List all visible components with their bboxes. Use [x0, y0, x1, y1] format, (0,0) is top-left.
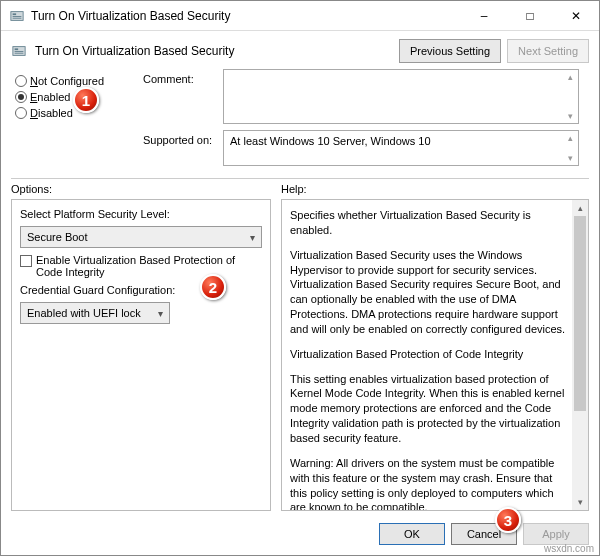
radio-label: Disabled — [30, 107, 73, 119]
policy-title: Turn On Virtualization Based Security — [35, 44, 393, 58]
comment-textarea[interactable]: ▴▾ — [223, 69, 579, 124]
section-labels: Options: Help: — [1, 183, 599, 195]
radio-label: Not Configured — [30, 75, 104, 87]
gpo-dialog: Turn On Virtualization Based Security – … — [0, 0, 600, 556]
scroll-stub: ▴▾ — [562, 131, 578, 165]
radio-dot-icon — [15, 107, 27, 119]
svg-rect-1 — [13, 13, 17, 15]
dialog-buttons: OK Cancel Apply 3 — [1, 515, 599, 555]
ok-button[interactable]: OK — [379, 523, 445, 545]
vbp-checkbox-label: Enable Virtualization Based Protection o… — [36, 254, 262, 278]
form-grid: Comment: ▴▾ Supported on: At least Windo… — [143, 69, 589, 166]
help-paragraph: Virtualization Based Protection of Code … — [290, 347, 570, 362]
titlebar: Turn On Virtualization Based Security – … — [1, 1, 599, 31]
scroll-stub: ▴▾ — [562, 70, 578, 123]
state-radios: Not Configured Enabled 1 Disabled — [15, 75, 133, 119]
supported-on-box: At least Windows 10 Server, Windows 10 ▴… — [223, 130, 579, 166]
supported-on-text: At least Windows 10 Server, Windows 10 — [230, 135, 431, 147]
radio-enabled[interactable]: Enabled 1 — [15, 91, 133, 103]
dropdown-value: Enabled with UEFI lock — [27, 307, 141, 319]
help-paragraph: Specifies whether Virtualization Based S… — [290, 208, 570, 238]
checkbox-icon — [20, 255, 32, 267]
separator — [11, 178, 589, 179]
dropdown-value: Secure Boot — [27, 231, 88, 243]
chevron-down-icon: ▾ — [250, 232, 255, 243]
header-row: Turn On Virtualization Based Security Pr… — [1, 31, 599, 67]
scroll-down-icon[interactable]: ▾ — [572, 494, 588, 510]
app-icon — [9, 8, 25, 24]
scroll-track[interactable] — [572, 216, 588, 494]
svg-rect-5 — [15, 48, 19, 50]
window-controls: – □ ✕ — [461, 1, 599, 31]
scroll-up-icon[interactable]: ▴ — [572, 200, 588, 216]
help-paragraph: Warning: All drivers on the system must … — [290, 456, 570, 511]
credential-guard-dropdown[interactable]: Enabled with UEFI lock ▾ — [20, 302, 170, 324]
watermark: wsxdn.com — [544, 543, 594, 554]
radio-not-configured[interactable]: Not Configured — [15, 75, 133, 87]
next-setting-button: Next Setting — [507, 39, 589, 63]
supported-row: Supported on: At least Windows 10 Server… — [143, 130, 589, 166]
radio-dot-icon — [15, 91, 27, 103]
comment-label: Comment: — [143, 69, 223, 85]
minimize-button[interactable]: – — [461, 1, 507, 31]
svg-rect-6 — [15, 51, 24, 52]
annotation-badge-1: 1 — [73, 87, 99, 113]
maximize-button[interactable]: □ — [507, 1, 553, 31]
options-label: Options: — [11, 183, 271, 195]
help-panel: Specifies whether Virtualization Based S… — [281, 199, 589, 511]
body-columns: Select Platform Security Level: Secure B… — [1, 195, 599, 515]
svg-rect-7 — [15, 53, 24, 54]
svg-rect-2 — [13, 16, 22, 17]
window-title: Turn On Virtualization Based Security — [31, 9, 461, 23]
svg-rect-3 — [13, 17, 22, 18]
config-row: Not Configured Enabled 1 Disabled Commen… — [1, 67, 599, 170]
options-panel: Select Platform Security Level: Secure B… — [11, 199, 271, 511]
help-label: Help: — [281, 183, 589, 195]
annotation-badge-2: 2 — [200, 274, 226, 300]
chevron-down-icon: ▾ — [158, 308, 163, 319]
close-button[interactable]: ✕ — [553, 1, 599, 31]
help-paragraph: Virtualization Based Security uses the W… — [290, 248, 570, 337]
radio-disabled[interactable]: Disabled — [15, 107, 133, 119]
scroll-thumb[interactable] — [574, 216, 586, 411]
help-paragraph: This setting enables virtualization base… — [290, 372, 570, 446]
previous-setting-button[interactable]: Previous Setting — [399, 39, 501, 63]
platform-security-label: Select Platform Security Level: — [20, 208, 262, 220]
supported-label: Supported on: — [143, 130, 223, 146]
vbp-checkbox-row[interactable]: Enable Virtualization Based Protection o… — [20, 254, 262, 278]
platform-security-dropdown[interactable]: Secure Boot ▾ — [20, 226, 262, 248]
policy-icon — [11, 43, 27, 59]
annotation-badge-3: 3 — [495, 507, 521, 533]
radio-label: Enabled — [30, 91, 70, 103]
comment-row: Comment: ▴▾ — [143, 69, 589, 124]
apply-button: Apply — [523, 523, 589, 545]
help-scrollbar[interactable]: ▴ ▾ — [572, 200, 588, 510]
radio-dot-icon — [15, 75, 27, 87]
